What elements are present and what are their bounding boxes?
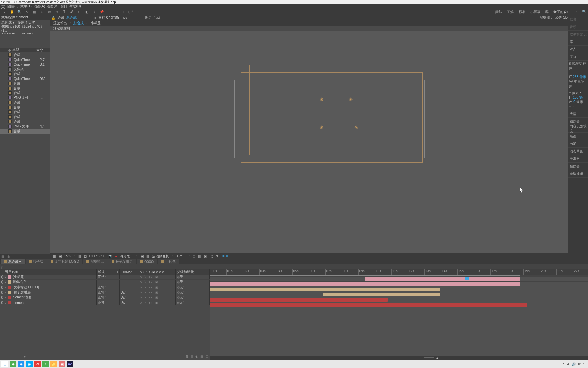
res-dropdown-icon[interactable]: ˅ [136, 254, 138, 258]
exposure[interactable]: +0.0 [221, 254, 228, 258]
menu-window[interactable]: 窗口 [61, 4, 67, 9]
grid-icon[interactable]: ▦ [78, 254, 81, 258]
project-item[interactable]: PNG 文件... [0, 95, 50, 100]
project-item[interactable]: 合成 [0, 114, 50, 119]
zoom-value[interactable]: 25% [64, 254, 71, 258]
view-icon[interactable]: ▦ [198, 254, 201, 258]
cam-dropdown[interactable]: 活动摄像机 [152, 254, 169, 259]
res-dropdown[interactable]: 四分之一 [120, 254, 133, 259]
roi-icon[interactable]: ▣ [141, 254, 144, 258]
blend-mode[interactable]: 正常 [98, 275, 105, 279]
task-app-icon[interactable]: ◉ [26, 361, 33, 367]
blend-mode[interactable]: 正常 [98, 300, 105, 305]
project-item[interactable]: 合成 [0, 119, 50, 124]
flow-2[interactable]: 总合成 [74, 21, 84, 26]
ws-more-icon[interactable]: » [575, 10, 577, 14]
visibility-icon[interactable] [1, 280, 3, 284]
pen-tool-icon[interactable]: ✎ [54, 10, 59, 14]
pickwhip-icon[interactable]: ⊚ [177, 301, 180, 305]
hand-tool-icon[interactable]: ✋ [10, 10, 14, 14]
task-app-icon[interactable]: X [42, 361, 49, 367]
snap-icon[interactable]: ◻ [120, 10, 125, 14]
task-app-icon[interactable]: W [34, 361, 41, 367]
visibility-icon[interactable] [1, 296, 3, 299]
visibility-icon[interactable] [1, 286, 3, 289]
font-name[interactable]: 胡晓波男神体 [569, 61, 587, 71]
eraser-tool-icon[interactable]: ◧ [84, 10, 89, 14]
panel-caf[interactable]: 内容识别填充 [568, 125, 588, 133]
timeline-layer-row[interactable]: ▸[粒子发射层] 正常 ˅ 无 ˅ ⊙ ╲ fx ▣ ⊚ 无 ˅ [0, 290, 210, 295]
timeline-tracks[interactable] [210, 277, 588, 356]
timecode[interactable]: 0:00:17:00 [89, 254, 105, 258]
col-size[interactable]: 大小 [36, 48, 50, 52]
project-item[interactable]: 合成 [0, 110, 50, 114]
anchor-tool-icon[interactable]: ⊕ [39, 10, 44, 14]
tl-order-icon[interactable]: ⇅ [186, 355, 189, 358]
pickwhip-icon[interactable]: ⊚ [177, 286, 180, 289]
time-ruler[interactable]: :00s01s02s03s04s05s06s07s08s09s10s11s12s… [210, 269, 588, 275]
project-item[interactable]: 合成 [0, 81, 50, 86]
parent[interactable]: 无 [180, 300, 183, 305]
panel-para[interactable]: 段落 [568, 110, 588, 118]
col-parent[interactable]: 父级和链接 [176, 269, 210, 275]
tl-toggle-icon[interactable]: ▸ [24, 355, 26, 358]
layer-tab[interactable]: 图层（无） [145, 15, 162, 20]
tl-tab-5[interactable]: 00000 [137, 259, 157, 264]
pickwhip-icon[interactable]: ⊚ [177, 275, 180, 279]
col-trkmat[interactable]: TrkMat [120, 269, 138, 275]
font-size[interactable]: 253 像素 [573, 75, 586, 79]
timeline-layer-row[interactable]: ▸摄像机 2 ˅ ⊙ ╲ fx ▣ ⊚ 无 ˅ [0, 280, 210, 285]
panel-wiggle[interactable]: 摇摆器 [568, 163, 588, 170]
blend-mode[interactable]: 正常 [98, 295, 105, 300]
visibility-icon[interactable] [1, 275, 3, 279]
ws-custom[interactable]: 老王的奋斗 [553, 10, 570, 14]
project-item[interactable]: 合成 [0, 86, 50, 91]
parent[interactable]: 无 [180, 280, 183, 285]
trkmat[interactable]: 无 [121, 290, 125, 295]
project-item[interactable]: 合成 [0, 72, 50, 76]
panel-audio[interactable]: 音频 [568, 23, 588, 31]
rotate-tool-icon[interactable]: ⟲ [24, 10, 29, 14]
menu-effect[interactable]: 效果(T) [20, 4, 32, 9]
col-name[interactable]: 图层名称 [3, 269, 97, 275]
playhead-head-icon[interactable] [465, 277, 469, 280]
layer-bar[interactable] [210, 288, 440, 291]
tl-3d-icon[interactable]: ▦ [200, 355, 203, 358]
tl-tab-6[interactable]: 小标题 [158, 259, 179, 264]
tray-ime[interactable]: 中 [583, 362, 587, 366]
project-item[interactable]: 文件夹 [0, 67, 50, 72]
camera-tool-icon[interactable]: ▦ [32, 10, 37, 14]
twirl-icon[interactable]: ▸ [5, 301, 6, 305]
ws-learn[interactable]: 了解 [507, 10, 514, 14]
panel-sketch[interactable]: 动态草图 [568, 148, 588, 155]
tl-tab-1[interactable]: 粒子层 [26, 259, 47, 264]
view-icon[interactable]: ⬚ [210, 254, 213, 258]
puppet-tool-icon[interactable]: 📌 [99, 10, 104, 14]
visibility-icon[interactable] [1, 301, 3, 304]
tray-up-icon[interactable]: ˄ [562, 362, 564, 366]
twirl-icon[interactable]: ▸ [5, 286, 6, 289]
flow-0[interactable]: 渲染输出 [53, 21, 67, 26]
tl-tab-2[interactable]: 文字标题 LOGO [47, 259, 83, 264]
timeline-layer-row[interactable]: ▸[小标题] 正常 ˅ ⊙ ╲ fx ▣ ⊚ 无 ˅ [0, 275, 210, 280]
parent[interactable]: 无 [180, 295, 183, 300]
pickwhip-icon[interactable]: ⊚ [177, 280, 180, 284]
menu-view[interactable]: 视图(V) [47, 4, 58, 9]
layer-bar[interactable] [210, 282, 520, 286]
zoom-in-icon[interactable]: ▲ [436, 356, 439, 360]
parent[interactable]: 无 [180, 290, 183, 295]
comp-active-name[interactable]: 总合成 [66, 15, 77, 20]
ws-small[interactable]: 小屏幕 [530, 10, 540, 14]
trkmat[interactable]: 无 [121, 295, 125, 300]
timeline-layer-row[interactable]: ▸element表面 正常 ˅ 无 ˅ ⊙ ╲ fx ▣ ⊚ 无 ˅ [0, 295, 210, 300]
timeline-layer-row[interactable]: ▸[文字标题 LOGO] 正常 ˅ ⊙ ╲ fx ▣ ⊚ 无 ˅ [0, 285, 210, 290]
panel-paint[interactable]: 绘画 [568, 133, 588, 140]
blend-mode[interactable]: 正常 [98, 285, 105, 290]
text-tool-icon[interactable]: T [62, 10, 67, 14]
project-item[interactable]: 合成 [0, 105, 50, 110]
layer-bar[interactable] [210, 303, 527, 307]
project-item[interactable]: 合成 [0, 52, 50, 57]
view-icon[interactable]: ▣ [204, 254, 207, 258]
parent[interactable]: 无 [180, 285, 183, 290]
col-mode[interactable]: 模式 [97, 269, 115, 275]
